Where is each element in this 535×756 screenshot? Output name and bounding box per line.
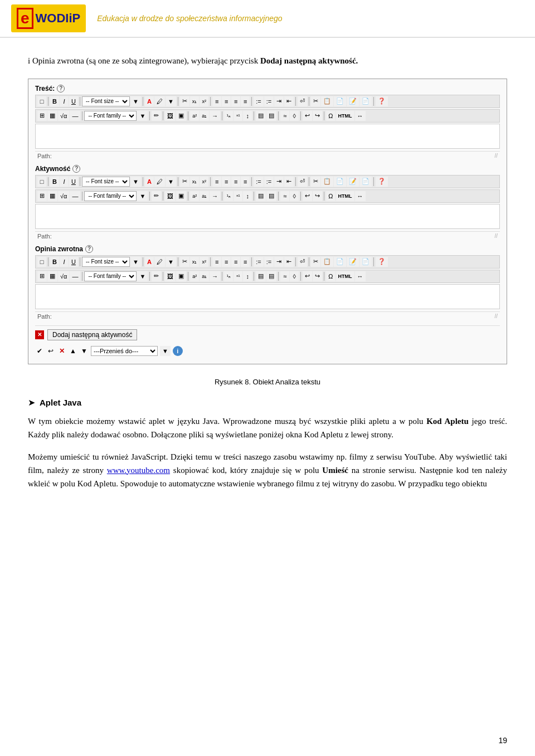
akt-grid-btn[interactable]: ▦ [47,191,57,201]
op-indent-out[interactable]: ⇤ [284,257,294,267]
akt-paste-word[interactable]: 📄 [359,177,372,187]
tresc-html-btn[interactable]: HTML [336,111,354,121]
akt-flash-btn[interactable]: ▣ [176,191,186,201]
move-x-icon[interactable]: ✕ [57,347,66,355]
tresc-img-btn[interactable]: 🖼 [165,111,176,121]
opinia-editor-area[interactable] [35,284,500,309]
op-table-btn[interactable]: ⊞ [37,271,47,281]
akt-sup-btn[interactable]: x² [200,177,208,187]
tresc-fontfamily-select[interactable]: -- Font family -- [84,111,137,121]
op-fontfamily-arrow[interactable]: ▼ [137,271,148,281]
tresc-redo-btn[interactable]: ↪ [313,111,322,121]
op-copy-btn[interactable]: 📋 [321,257,333,267]
op-table3-btn[interactable]: ▤ [266,271,276,281]
tresc-sqrt-btn[interactable]: √α [58,111,69,121]
tresc-pipe-btn[interactable]: ↕ [243,111,252,121]
akt-align-left[interactable]: ≡ [212,177,221,187]
tresc-paste-txt[interactable]: 📝 [347,96,359,106]
tresc-omega-btn[interactable]: Ω [326,111,335,121]
op-indent-in[interactable]: ⇥ [274,257,284,267]
tresc-help-btn2[interactable]: ❓ [376,96,388,106]
akt-copy-btn[interactable]: 📋 [321,177,333,187]
undo-icon[interactable]: ↩ [46,347,55,355]
op-align-justify[interactable]: ≡ [241,257,250,267]
akt-sub2-btn[interactable]: a₁ [200,191,209,201]
op-insert-btn[interactable]: □ [37,257,46,267]
op-arrow-btn[interactable]: → [210,271,220,281]
akt-help-btn2[interactable]: ❓ [376,177,388,187]
op-sub2-btn[interactable]: a₁ [200,271,209,281]
tresc-align-right[interactable]: ≡ [231,96,240,106]
op-align-right[interactable]: ≡ [231,257,240,267]
opinia-help-icon[interactable]: ? [85,245,93,253]
op-undo-btn[interactable]: ↩ [303,271,312,281]
akt-color-arrow[interactable]: ▼ [166,177,176,187]
akt-fontsize-arrow[interactable]: ▼ [130,177,141,187]
op-list-ul[interactable]: := [264,257,274,267]
op-paste-txt[interactable]: 📝 [347,257,359,267]
tresc-align-justify[interactable]: ≡ [241,96,250,106]
tresc-sub-btn[interactable]: x₁ [190,96,200,106]
op-list-ol[interactable]: := [254,257,263,267]
op-scissors-btn[interactable]: ✂ [311,257,320,267]
akt-html-btn[interactable]: HTML [336,191,354,201]
op-edit-btn[interactable]: ✏ [152,271,161,281]
tresc-align-center[interactable]: ≡ [222,96,231,106]
tresc-resize-btn[interactable]: ↔ [355,111,366,121]
akt-cut-btn[interactable]: ✂ [180,177,189,187]
tresc-line2-btn[interactable]: — [70,111,80,121]
tresc-fontsize-select[interactable]: -- Font size -- [82,96,130,106]
op-line2-btn[interactable]: — [70,271,80,281]
akt-resize-btn[interactable]: ↔ [355,191,366,201]
akt-line2-btn[interactable]: — [70,191,80,201]
op-flash-btn[interactable]: ▣ [176,271,186,281]
op-special2-btn[interactable]: ◊ [290,271,299,281]
move-select[interactable]: ---Przenieś do--- [91,346,158,356]
tresc-fontsize-arrow[interactable]: ▼ [130,96,141,106]
op-sqrt-btn[interactable]: √α [58,271,69,281]
akt-align-center[interactable]: ≡ [222,177,231,187]
op-color-arrow[interactable]: ▼ [166,257,176,267]
tresc-list-ol[interactable]: := [254,96,263,106]
tresc-sup-btn[interactable]: x² [200,96,208,106]
tresc-arrow-btn[interactable]: → [210,111,220,121]
akt-align-right[interactable]: ≡ [231,177,240,187]
op-align-left[interactable]: ≡ [212,257,221,267]
tresc-grid-btn[interactable]: ▦ [47,111,57,121]
op-underline-btn[interactable]: U [69,257,78,267]
akt-list-ul[interactable]: := [264,177,274,187]
op-fontsize-arrow[interactable]: ▼ [130,257,141,267]
op-grid-btn[interactable]: ▦ [47,271,57,281]
akt-indent-in[interactable]: ⇥ [274,177,284,187]
akt-table-btn[interactable]: ⊞ [37,191,47,201]
op-n2-btn[interactable]: ⁿ¹ [234,271,242,281]
tresc-help-icon[interactable]: ? [57,85,65,92]
akt-table2-btn[interactable]: ▤ [256,191,266,201]
tresc-color-arrow[interactable]: ▼ [166,96,176,106]
tresc-sub2-btn[interactable]: a₁ [200,111,209,121]
tresc-undo-btn[interactable]: ↩ [303,111,312,121]
op-highlight-btn[interactable]: 🖊 [154,257,165,267]
move-up-icon[interactable]: ▲ [69,347,77,355]
akt-sub-btn[interactable]: x₁ [190,177,200,187]
aktywnosc-resize-handle[interactable]: // [494,233,498,239]
akt-fontfamily-select[interactable]: -- Font family -- [84,191,137,201]
op-line-btn[interactable]: ⏎ [298,257,307,267]
akt-paste-txt[interactable]: 📝 [347,177,359,187]
akt-color-btn[interactable]: A [145,177,154,187]
akt-align-justify[interactable]: ≡ [241,177,250,187]
akt-n1-btn[interactable]: ¹ₙ [224,191,233,201]
tresc-italic-btn[interactable]: I [60,96,69,106]
tresc-special-btn[interactable]: ≈ [280,111,289,121]
tresc-bold-btn[interactable]: B [50,96,59,106]
op-omega-btn[interactable]: Ω [326,271,335,281]
akt-sqrt-btn[interactable]: √α [58,191,69,201]
youtube-link[interactable]: www.youtube.com [107,466,170,475]
tresc-flash-btn[interactable]: ▣ [176,111,186,121]
tresc-edit-btn[interactable]: ✏ [152,111,161,121]
akt-redo-btn[interactable]: ↪ [313,191,322,201]
tresc-table2-btn[interactable]: ▤ [256,111,266,121]
op-bold-btn[interactable]: B [50,257,59,267]
tresc-special2-btn[interactable]: ◊ [290,111,299,121]
akt-insert-btn[interactable]: □ [37,177,46,187]
